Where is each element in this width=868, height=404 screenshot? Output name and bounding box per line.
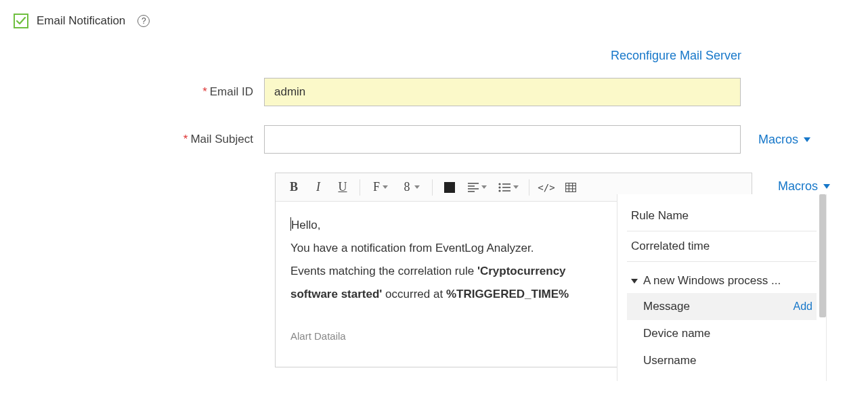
chevron-down-icon [804,137,810,142]
table-button[interactable] [559,176,582,199]
align-button[interactable] [462,176,492,199]
font-family-button[interactable]: F [366,176,395,199]
chevron-down-icon [823,184,830,189]
macro-sub-message[interactable]: Message Add [627,293,817,320]
macro-sub-username[interactable]: Username [627,347,817,374]
bold-button[interactable]: B [282,176,305,199]
italic-button[interactable]: I [307,176,330,199]
text-color-button[interactable] [438,176,461,199]
bullet-list-icon [498,183,511,192]
caret-down-icon [631,279,638,284]
align-left-icon [468,183,479,192]
email-notification-checkbox[interactable] [14,14,28,28]
svg-point-4 [498,183,500,185]
help-icon[interactable]: ? [137,15,150,27]
color-swatch-icon [444,182,455,193]
scrollbar[interactable] [819,194,826,317]
body-macros-dropdown[interactable]: Macros [778,179,830,194]
mail-subject-label: *Mail Subject [14,133,264,146]
macro-group-toggle[interactable]: A new Windows process ... [627,262,817,293]
code-view-button[interactable]: </> [535,176,558,199]
email-id-label: *Email ID [14,85,264,99]
section-title: Email Notification [37,14,125,28]
svg-rect-10 [566,183,576,192]
subject-macros-dropdown[interactable]: Macros [741,133,810,147]
macro-add-link[interactable]: Add [794,300,812,313]
table-icon [565,183,576,192]
macro-item-rule-name[interactable]: Rule Name [627,201,817,231]
mail-subject-input[interactable] [264,125,741,154]
macro-item-correlated-time[interactable]: Correlated time [627,231,817,262]
reconfigure-mail-server-link[interactable]: Reconfigure Mail Server [611,49,741,63]
macro-sub-device-name[interactable]: Device name [627,320,817,347]
svg-point-5 [498,186,500,188]
font-size-button[interactable]: 8 [397,176,427,199]
list-button[interactable] [494,176,523,199]
underline-button[interactable]: U [331,176,354,199]
email-id-input[interactable] [264,78,741,106]
svg-point-6 [498,189,500,192]
macros-panel: Rule Name Correlated time A new Windows … [617,194,827,381]
